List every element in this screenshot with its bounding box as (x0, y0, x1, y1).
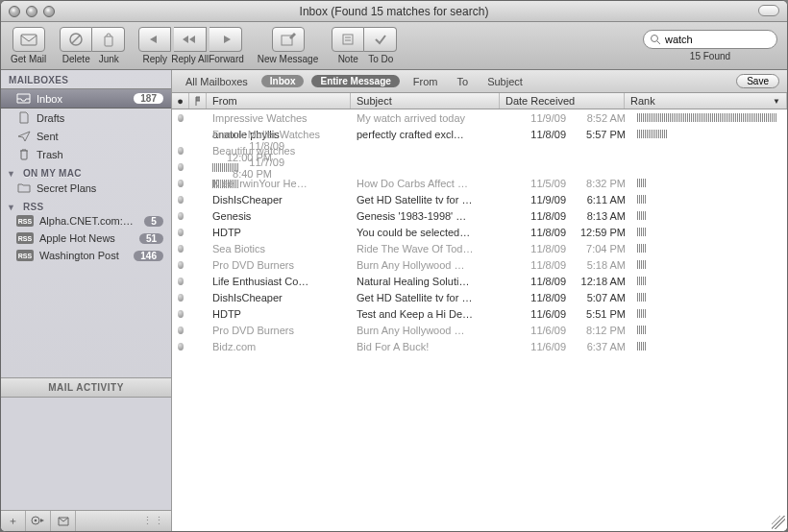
window-resize-handle[interactable] (772, 516, 785, 529)
message-subject: Ride The Wave Of Tod… (351, 243, 500, 254)
message-subject: Get HD Satellite tv for … (351, 194, 500, 206)
search-field[interactable]: ✕ (643, 30, 777, 49)
sidebar-item-trash[interactable]: Trash (1, 145, 171, 163)
mailboxes-header: MAILBOXES (1, 70, 171, 88)
sidebar-item-secret-plans[interactable]: Secret Plans (1, 179, 171, 197)
message-from: Impressive Watches (207, 112, 351, 124)
sidebar-item-drafts[interactable]: Drafts (1, 109, 171, 127)
close-window-button[interactable] (9, 6, 20, 17)
message-rank (631, 228, 787, 236)
delete-button[interactable]: Delete (60, 27, 92, 64)
rss-icon: RSS (16, 250, 34, 261)
scope-entire-message[interactable]: Entire Message (311, 75, 399, 87)
scope-to[interactable]: To (452, 74, 475, 89)
scope-from[interactable]: From (407, 74, 444, 89)
sidebar-footer: ＋ ⋮⋮ (1, 510, 171, 531)
to-do-button[interactable]: To Do (364, 27, 397, 64)
unread-dot (172, 294, 189, 302)
new-message-button[interactable]: New Message (258, 27, 318, 64)
message-subject: Burn Any Hollywood … (351, 325, 500, 336)
toolbar-toggle-button[interactable] (758, 5, 779, 16)
sidebar-item-sent[interactable]: Sent (1, 127, 171, 145)
no-entry-icon (60, 27, 92, 52)
column-from[interactable]: From (207, 93, 351, 109)
sidebar-resize-handle[interactable]: ⋮⋮ (142, 515, 171, 527)
save-search-button[interactable]: Save (736, 74, 779, 88)
disclosure-triangle-icon[interactable]: ▼ (1, 163, 21, 179)
message-from: HDTP (207, 308, 351, 320)
message-row[interactable]: HDTPYou could be selected…11/8/0912:59 P… (172, 224, 787, 240)
get-mail-button[interactable]: Get Mail (11, 27, 46, 64)
rss-badge: 51 (139, 233, 163, 244)
disclosure-triangle-icon[interactable]: ▼ (1, 197, 21, 212)
sidebar-item-label: Secret Plans (37, 182, 96, 194)
message-time: 6:11 AM (572, 194, 631, 206)
compose-icon (272, 27, 305, 52)
reply-button[interactable]: Reply (138, 27, 171, 64)
message-time: 8:52 AM (572, 112, 631, 124)
action-menu-button[interactable] (26, 511, 51, 532)
sidebar-item-rss[interactable]: RSSWashington Post146 (1, 247, 171, 264)
scope-all-mailboxes[interactable]: All Mailboxes (180, 74, 254, 89)
unread-dot (172, 212, 189, 220)
message-from: Genesis (207, 210, 351, 222)
message-row[interactable]: HDTPTest and Keep a Hi De…11/6/095:51 PM (172, 305, 787, 322)
sidebar-item-rss[interactable]: RSSApple Hot News51 (1, 230, 171, 247)
column-subject[interactable]: Subject (351, 93, 500, 109)
message-rank (631, 260, 787, 269)
message-row[interactable]: Impressive WatchesMy watch arrived today… (172, 109, 787, 126)
forward-button[interactable]: Forward (209, 27, 244, 64)
message-row[interactable]: DishIsCheaperGet HD Satellite tv for …11… (172, 289, 787, 305)
scope-subject[interactable]: Subject (481, 74, 529, 89)
sidebar-item-label: Inbox (37, 93, 62, 105)
unread-dot (172, 245, 189, 253)
zoom-window-button[interactable] (43, 6, 55, 17)
message-time: 6:37 AM (572, 341, 631, 352)
message-subject: You could be selected… (351, 227, 500, 238)
search-input[interactable] (665, 34, 783, 45)
minimize-window-button[interactable] (26, 6, 37, 17)
column-date[interactable]: Date Received (500, 93, 625, 109)
search-scope-bar: All Mailboxes Inbox Entire Message From … (172, 70, 787, 93)
column-flag[interactable] (189, 93, 207, 109)
message-date: 11/8/09 (500, 243, 572, 254)
mail-activity-panel (1, 398, 171, 511)
add-button[interactable]: ＋ (1, 511, 26, 532)
message-subject: My watch arrived today (351, 112, 500, 124)
message-from: Pro DVD Burners (207, 259, 351, 271)
reply-all-button[interactable]: Reply All (171, 27, 209, 64)
message-date: 11/8/09 (500, 210, 572, 222)
message-row[interactable]: DishIsCheaperGet HD Satellite tv for …11… (172, 191, 787, 207)
message-row[interactable]: Klee IrwinYour He…How Do Carbs Affect …1… (172, 175, 787, 191)
message-time: 5:51 PM (572, 308, 631, 320)
message-row[interactable]: Pro DVD BurnersBurn Any Hollywood …11/6/… (172, 322, 787, 338)
message-row[interactable]: Pro DVD BurnersBurn Any Hollywood …11/8/… (172, 256, 787, 273)
unread-dot (172, 343, 189, 351)
sidebar: MAILBOXES Inbox 187 Drafts Sent Trash ▼O… (1, 70, 172, 531)
sidebar-item-rss[interactable]: RSSAlpha.CNET.com:…5 (1, 212, 171, 230)
message-subject: Franck Muller Watches (212, 129, 351, 140)
note-button[interactable]: Note (332, 27, 364, 64)
column-status[interactable]: ● (172, 93, 189, 109)
unread-dot (172, 196, 189, 204)
rss-icon: RSS (16, 215, 34, 227)
scope-inbox[interactable]: Inbox (261, 75, 305, 87)
junk-button[interactable]: Junk (92, 27, 125, 64)
message-time: 8:12 PM (572, 325, 631, 336)
message-list[interactable]: Impressive WatchesMy watch arrived today… (172, 109, 787, 531)
message-from: HDTP (207, 227, 351, 238)
message-row[interactable]: Life Enthusiast Co…Natural Healing Solut… (172, 273, 787, 289)
column-rank[interactable]: Rank▼ (625, 93, 787, 109)
sidebar-item-inbox[interactable]: Inbox 187 (1, 88, 171, 109)
message-from: Bidz.com (207, 341, 351, 352)
message-row[interactable]: Sea BioticsRide The Wave Of Tod…11/8/097… (172, 240, 787, 256)
message-date: 11/8/09 (500, 259, 572, 271)
message-row[interactable]: GenesisGenesis '1983-1998' …11/8/098:13 … (172, 207, 787, 224)
message-row[interactable]: Beautiful watches11/7/098:40 PM (172, 158, 787, 175)
message-row[interactable]: Bidz.comBid For A Buck!11/6/096:37 AM (172, 338, 787, 354)
message-subject: Natural Healing Soluti… (351, 276, 500, 287)
show-hide-button[interactable] (51, 511, 76, 532)
column-headers: ● From Subject Date Received Rank▼ (172, 93, 787, 109)
sidebar-item-label: Washington Post (39, 250, 119, 261)
message-time: 5:07 AM (572, 292, 631, 303)
